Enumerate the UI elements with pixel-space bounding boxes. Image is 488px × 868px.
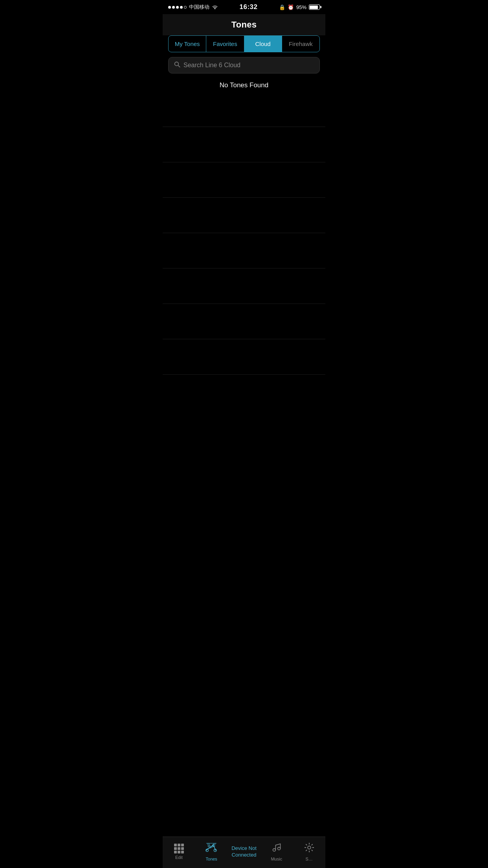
svg-point-0 [175, 62, 179, 66]
list-row [163, 339, 325, 375]
list-rows [163, 92, 325, 375]
battery-fill [310, 6, 318, 9]
list-row [163, 127, 325, 162]
signal-dot-3 [176, 6, 179, 9]
search-container [168, 57, 320, 74]
tab-favorites[interactable]: Favorites [206, 36, 244, 52]
wifi-icon [212, 4, 218, 10]
signal-dot-5 [184, 6, 187, 9]
battery-percent: 95% [296, 4, 306, 10]
lock-icon: 🔒 [279, 4, 285, 10]
list-row [163, 92, 325, 127]
no-tones-message: No Tones Found [163, 77, 325, 92]
main-content: Tones My Tones Favorites Cloud Firehawk … [163, 14, 325, 406]
list-row [163, 304, 325, 339]
signal-dot-2 [172, 6, 175, 9]
status-right: 🔒 ⏰ 95% [279, 4, 320, 10]
signal-dot-1 [168, 6, 171, 9]
tab-firehawk[interactable]: Firehawk [282, 36, 319, 52]
search-input[interactable] [183, 62, 314, 69]
tab-cloud[interactable]: Cloud [244, 36, 282, 52]
status-left: 中国移动 [168, 4, 218, 11]
search-box [168, 57, 320, 74]
page-title: Tones [163, 14, 325, 35]
tab-bar: My Tones Favorites Cloud Firehawk [168, 35, 320, 52]
svg-line-1 [178, 65, 180, 67]
signal-strength [168, 6, 187, 9]
carrier-label: 中国移动 [189, 4, 209, 11]
list-row [163, 162, 325, 198]
search-icon [174, 61, 180, 69]
status-time: 16:32 [239, 3, 257, 11]
signal-dot-4 [180, 6, 183, 9]
status-bar: 中国移动 16:32 🔒 ⏰ 95% [163, 0, 325, 14]
list-row [163, 268, 325, 304]
alarm-icon: ⏰ [288, 4, 294, 10]
list-row [163, 233, 325, 268]
tab-my-tones[interactable]: My Tones [169, 36, 206, 52]
battery-icon [309, 4, 320, 10]
list-row [163, 198, 325, 233]
